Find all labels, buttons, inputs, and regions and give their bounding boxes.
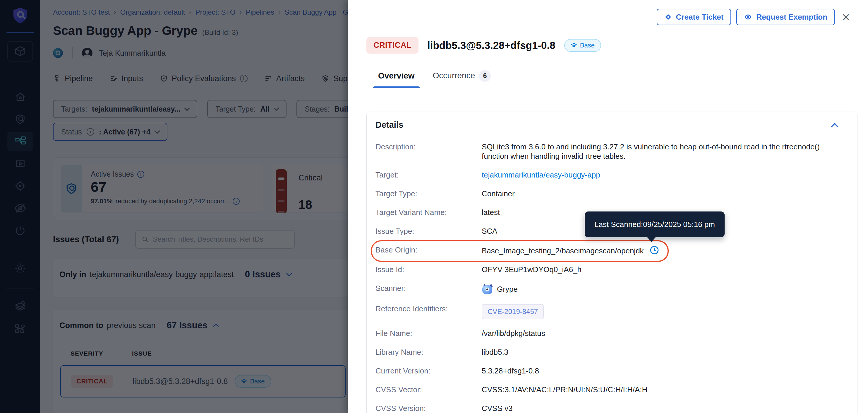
modal-dim-overlay[interactable] [0,0,348,413]
eye-slash-icon [744,13,752,21]
details-rows: Description: SQLite3 from 3.6.0 to and i… [375,137,845,413]
detail-row-cvss-vector: CVSS Vector: CVSS:3.1/AV:N/AC:L/PR:N/UI:… [375,380,845,399]
target-link[interactable]: tejakummarikuntla/easy-buggy-app [482,171,600,179]
grype-scanner-icon [482,284,493,295]
last-scanned-clock-icon[interactable] [649,245,659,255]
critical-severity-badge: CRITICAL [366,37,418,54]
close-drawer-button[interactable]: × [840,10,851,24]
cve-reference-pill[interactable]: CVE-2019-8457 [482,304,544,319]
drawer-actions: Create Ticket Request Exemption × [657,9,851,25]
detail-row-target-type: Target Type: Container [375,184,845,203]
detail-row-reference-identifiers: Reference Identifiers: CVE-2019-8457 [375,299,845,324]
detail-row-library-name: Library Name: libdb5.3 [375,343,845,361]
detail-row-current-version: Current Version: 5.3.28+dfsg1-0.8 [375,361,845,380]
request-exemption-button[interactable]: Request Exemption [736,9,835,25]
last-scanned-tooltip: Last Scanned:09/25/2025 05:16 pm [585,211,724,237]
create-ticket-button[interactable]: Create Ticket [657,9,731,25]
detail-row-file-name: File Name: /var/lib/dpkg/status [375,324,845,343]
detail-row-target: Target: tejakummarikuntla/easy-buggy-app [375,166,845,184]
base-tag-pill: Base [564,39,601,52]
ticket-diamond-icon [664,13,672,21]
issue-title: libdb5.3@5.3.28+dfsg1-0.8 [427,39,555,51]
details-section-title: Details [375,120,403,130]
issue-details-drawer: Create Ticket Request Exemption × CRITIC… [348,0,868,413]
tabs-divider [366,89,868,89]
details-card-header: Details [375,120,845,130]
tab-overview[interactable]: Overview [378,71,415,88]
app-root: Account: STO test› Organization: default… [0,0,868,413]
detail-row-description: Description: SQLite3 from 3.6.0 to and i… [375,137,845,166]
issue-title-row: CRITICAL libdb5.3@5.3.28+dfsg1-0.8 Base [366,0,868,54]
drawer-tabs: Overview Occurrence6 [366,70,868,89]
layers-icon [571,42,577,49]
detail-row-scanner: Scanner: Grype [375,279,845,299]
detail-row-issue-id: Issue Id: OFYV-3EuP1wDYOq0_iA6_h [375,260,845,279]
details-card: Details Last Scanned:09/25/2025 05:16 pm… [366,112,858,413]
occurrence-count-badge: 6 [479,70,491,82]
detail-row-cvss-version: CVSS Version: CVSS v3 [375,399,845,413]
tab-occurrence[interactable]: Occurrence6 [433,70,491,89]
collapse-section-chevron-icon[interactable] [831,123,838,130]
detail-row-base-origin: Base Origin: Base_Image_testing_2/baseim… [375,240,845,260]
